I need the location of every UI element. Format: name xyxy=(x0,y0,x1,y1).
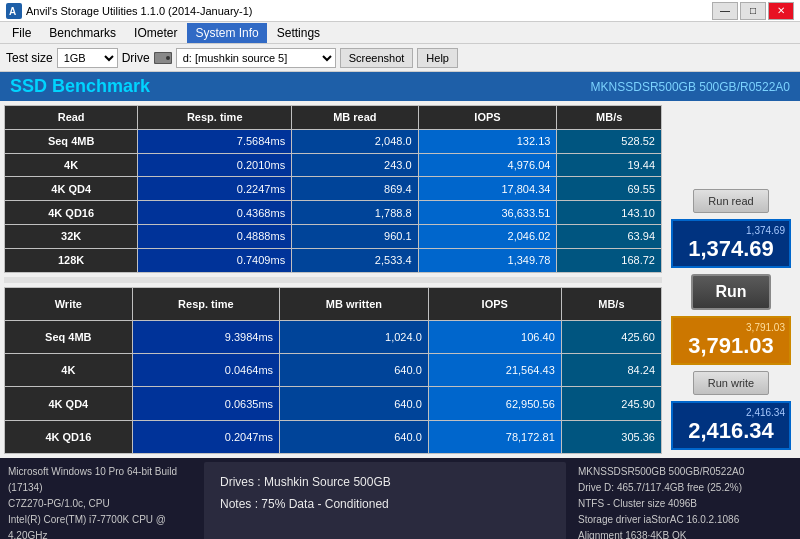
mbs: 19.44 xyxy=(557,153,662,177)
help-button[interactable]: Help xyxy=(417,48,458,68)
resp-time: 7.5684ms xyxy=(138,129,292,153)
mb-read: 1,788.8 xyxy=(292,201,418,225)
write-score-big: 2,416.34 xyxy=(677,418,785,444)
benchmark-title: SSD Benchmark xyxy=(10,76,150,97)
mbs: 69.55 xyxy=(557,177,662,201)
run-button[interactable]: Run xyxy=(691,274,771,310)
resp-time: 0.2047ms xyxy=(132,420,279,453)
menu-iometer[interactable]: IOmeter xyxy=(126,23,185,43)
status-left: Microsoft Windows 10 Pro 64-bit Build (1… xyxy=(0,458,200,539)
total-score-big: 3,791.03 xyxy=(677,333,785,359)
app-icon: A xyxy=(6,3,22,19)
svg-text:A: A xyxy=(9,6,16,17)
run-write-button[interactable]: Run write xyxy=(693,371,769,395)
status-center: Drives : Mushkin Source 500GB Notes : 75… xyxy=(204,462,566,539)
mbs: 528.52 xyxy=(557,129,662,153)
write-score-box: 2,416.34 2,416.34 xyxy=(671,401,791,450)
mbs: 143.10 xyxy=(557,201,662,225)
iops: 78,172.81 xyxy=(428,420,561,453)
row-label: 4K QD4 xyxy=(5,177,138,201)
window-controls[interactable]: — □ ✕ xyxy=(712,2,794,20)
read-header-label: Read xyxy=(5,106,138,130)
resp-time: 0.4368ms xyxy=(138,201,292,225)
status-right: MKNSSDSR500GB 500GB/R0522A0 Drive D: 465… xyxy=(570,458,800,539)
menu-file[interactable]: File xyxy=(4,23,39,43)
benchmark-model: MKNSSDSR500GB 500GB/R0522A0 xyxy=(591,80,790,94)
iops: 106.40 xyxy=(428,320,561,353)
write-score-small: 2,416.34 xyxy=(677,407,785,418)
minimize-button[interactable]: — xyxy=(712,2,738,20)
table-row: 128K 0.7409ms 2,533.4 1,349.78 168.72 xyxy=(5,248,662,272)
mb-read: 243.0 xyxy=(292,153,418,177)
table-row: 4K QD4 0.2247ms 869.4 17,804.34 69.55 xyxy=(5,177,662,201)
maximize-button[interactable]: □ xyxy=(740,2,766,20)
table-row: 4K QD4 0.0635ms 640.0 62,950.56 245.90 xyxy=(5,387,662,420)
close-button[interactable]: ✕ xyxy=(768,2,794,20)
read-table: Read Resp. time MB read IOPS MB/s Seq 4M… xyxy=(4,105,662,273)
status-cpu: Intel(R) Core(TM) i7-7700K CPU @ 4.20GHz xyxy=(8,512,192,539)
menu-bar: File Benchmarks IOmeter System Info Sett… xyxy=(0,22,800,44)
drive-label: Drive xyxy=(122,51,150,65)
drive-select[interactable]: d: [mushkin source 5] xyxy=(176,48,336,68)
table-row: Seq 4MB 9.3984ms 1,024.0 106.40 425.60 xyxy=(5,320,662,353)
row-label: 4K QD16 xyxy=(5,201,138,225)
total-score-small: 3,791.03 xyxy=(677,322,785,333)
row-label: Seq 4MB xyxy=(5,129,138,153)
notes-info: Notes : 75% Data - Conditioned xyxy=(220,494,550,516)
read-score-big: 1,374.69 xyxy=(677,236,785,262)
menu-system-info[interactable]: System Info xyxy=(187,23,266,43)
read-header-mb: MB read xyxy=(292,106,418,130)
status-os: Microsoft Windows 10 Pro 64-bit Build (1… xyxy=(8,464,192,496)
write-table: Write Resp. time MB written IOPS MB/s Se… xyxy=(4,287,662,455)
mbs: 63.94 xyxy=(557,224,662,248)
menu-settings[interactable]: Settings xyxy=(269,23,328,43)
menu-benchmarks[interactable]: Benchmarks xyxy=(41,23,124,43)
svg-point-4 xyxy=(166,56,170,60)
iops: 62,950.56 xyxy=(428,387,561,420)
row-label: 4K xyxy=(5,153,138,177)
drive-alignment: Alignment 1638·4KB OK xyxy=(578,528,792,539)
resp-time: 0.4888ms xyxy=(138,224,292,248)
mb-read: 960.1 xyxy=(292,224,418,248)
table-row: Seq 4MB 7.5684ms 2,048.0 132.13 528.52 xyxy=(5,129,662,153)
row-label: 128K xyxy=(5,248,138,272)
row-label: 4K xyxy=(5,354,133,387)
test-size-select[interactable]: 1GB 512MB 4GB xyxy=(57,48,118,68)
write-header-mbs: MB/s xyxy=(561,287,661,320)
mbs: 425.60 xyxy=(561,320,661,353)
toolbar: Test size 1GB 512MB 4GB Drive d: [mushki… xyxy=(0,44,800,72)
table-row: 32K 0.4888ms 960.1 2,046.02 63.94 xyxy=(5,224,662,248)
screenshot-button[interactable]: Screenshot xyxy=(340,48,414,68)
resp-time: 0.7409ms xyxy=(138,248,292,272)
write-header-mb: MB written xyxy=(280,287,429,320)
read-header-resp: Resp. time xyxy=(138,106,292,130)
mb-read: 2,533.4 xyxy=(292,248,418,272)
resp-time: 9.3984ms xyxy=(132,320,279,353)
resp-time: 0.2247ms xyxy=(138,177,292,201)
score-panel: Run read 1,374.69 1,374.69 Run 3,791.03 … xyxy=(666,105,796,454)
resp-time: 0.0464ms xyxy=(132,354,279,387)
test-size-label: Test size xyxy=(6,51,53,65)
table-row: 4K 0.2010ms 243.0 4,976.04 19.44 xyxy=(5,153,662,177)
read-header-iops: IOPS xyxy=(418,106,557,130)
mbs: 245.90 xyxy=(561,387,661,420)
mb-read: 2,048.0 xyxy=(292,129,418,153)
read-score-small: 1,374.69 xyxy=(677,225,785,236)
run-read-button[interactable]: Run read xyxy=(693,189,769,213)
mb-written: 640.0 xyxy=(280,420,429,453)
title-bar: A Anvil's Storage Utilities 1.1.0 (2014-… xyxy=(0,0,800,22)
benchmark-area: Read Resp. time MB read IOPS MB/s Seq 4M… xyxy=(0,101,800,458)
mbs: 305.36 xyxy=(561,420,661,453)
benchmark-header: SSD Benchmark MKNSSDSR500GB 500GB/R0522A… xyxy=(0,72,800,101)
iops: 4,976.04 xyxy=(418,153,557,177)
table-row: 4K QD16 0.2047ms 640.0 78,172.81 305.36 xyxy=(5,420,662,453)
write-header-label: Write xyxy=(5,287,133,320)
resp-time: 0.0635ms xyxy=(132,387,279,420)
mb-written: 640.0 xyxy=(280,354,429,387)
status-mb: C7Z270-PG/1.0c, CPU xyxy=(8,496,192,512)
status-bar: Microsoft Windows 10 Pro 64-bit Build (1… xyxy=(0,458,800,539)
mb-written: 640.0 xyxy=(280,387,429,420)
read-header-mbs: MB/s xyxy=(557,106,662,130)
iops: 21,564.43 xyxy=(428,354,561,387)
write-header-iops: IOPS xyxy=(428,287,561,320)
